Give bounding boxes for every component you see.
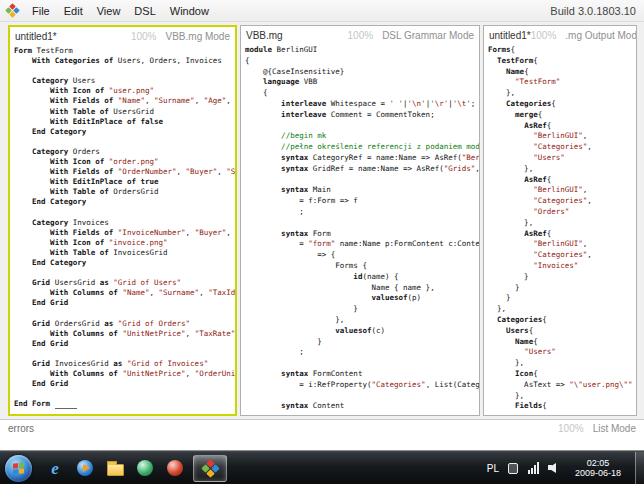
code-line: Forms{	[488, 45, 632, 56]
code-line: },	[488, 218, 632, 229]
code-line: syntax GridRef = name:Name => AsRef("Gri…	[245, 164, 475, 175]
code-line: = f:Form => f	[245, 196, 475, 207]
code-line: "BerlinGUI",	[488, 131, 632, 142]
pane-output: untitled1* 100% .mg Output Mode Forms{ T…	[483, 25, 637, 416]
code-line: Forms {	[245, 261, 475, 272]
dsl-editor-taskbar-button[interactable]	[193, 455, 227, 482]
tab-vbb-mg[interactable]: VBB.mg	[246, 30, 283, 41]
code-line: With Fields of "Name", "Surname", "Age",…	[14, 96, 231, 106]
code-line: {	[245, 88, 475, 99]
code-line: "Users"	[488, 153, 632, 164]
code-line: Category Invoices	[14, 218, 231, 228]
code-line: }	[245, 337, 475, 348]
code-line: syntax CategoryRef = name:Name => AsRef(…	[245, 153, 475, 164]
code-line: With EditInPlace of true	[14, 177, 231, 187]
code-line: With Table of InvoicesGrid	[14, 248, 231, 258]
pane-header-grammar: VBB.mg 100% DSL Grammar Mode	[241, 26, 479, 42]
start-button[interactable]	[5, 455, 32, 482]
code-line: With Icon of "user.png"	[14, 86, 231, 96]
code-line: = i:RefProperty("Categories", List(Categ…	[245, 380, 475, 391]
code-line: = "form" name:Name p:FormContent c:Conte	[245, 239, 475, 250]
zoom-indicator: 100%	[348, 30, 374, 41]
menu-file[interactable]: File	[25, 2, 57, 20]
code-line: },	[245, 315, 475, 326]
code-line: With Columns of "UnitNetPrice", "TaxRate…	[14, 329, 231, 339]
code-line: language VBB	[245, 77, 475, 88]
code-line: Grid InvoicesGrid as "Grid of Invoices"	[14, 359, 231, 369]
windows-logo-icon	[13, 462, 24, 474]
code-line: syntax Form	[245, 229, 475, 240]
system-tray: PL 02:05 2009-06-18	[485, 452, 644, 484]
code-line	[14, 208, 231, 218]
code-line: AsRef{	[488, 121, 632, 132]
mode-label-list: List Mode	[593, 423, 636, 434]
code-line	[14, 308, 231, 318]
language-indicator[interactable]: PL	[485, 463, 501, 474]
code-line: Fields{	[488, 401, 632, 412]
code-line: syntax Main	[245, 185, 475, 196]
menu-window[interactable]: Window	[163, 2, 216, 20]
code-line: "BerlinGUI",	[488, 239, 632, 250]
code-line: }	[488, 272, 632, 283]
media-app-icon[interactable]	[162, 455, 188, 481]
code-line	[245, 358, 475, 369]
green-sphere-icon	[137, 460, 153, 476]
menu-view[interactable]: View	[90, 2, 128, 20]
code-line: merge{	[488, 110, 632, 121]
code-editor-vbb-source[interactable]: Form TestForm With Categories of Users, …	[10, 43, 235, 414]
network-icon[interactable]	[528, 462, 541, 474]
build-version-label: Build 3.0.1803.10	[550, 5, 636, 17]
code-line: With Icon of "invoice.png"	[14, 238, 231, 248]
code-line: With EditInPlace of false	[14, 117, 231, 127]
code-line: "Categories",	[488, 142, 632, 153]
media-center-icon[interactable]	[132, 455, 158, 481]
code-line	[14, 389, 231, 399]
code-line: End Category	[14, 127, 231, 137]
code-editor-grammar[interactable]: module BerlinGUI{ @{CaseInsensitive} lan…	[241, 42, 479, 415]
code-line: //pełne określenie referencji z podaniem…	[245, 142, 475, 153]
show-desktop-button[interactable]	[635, 452, 644, 484]
taskbar-clock[interactable]: 02:05 2009-06-18	[568, 458, 628, 478]
code-line: },	[488, 391, 632, 402]
code-line: With Columns of "UnitNetPrice", "OrderUn…	[14, 369, 231, 379]
mode-label-mg-output: .mg Output Mode	[565, 30, 637, 41]
code-line: With Fields of "InvoiceNumber", "Buyer",…	[14, 228, 231, 238]
menu-dsl[interactable]: DSL	[127, 2, 162, 20]
code-line: End Grid	[14, 298, 231, 308]
code-line: @{CaseInsensitive}	[245, 67, 475, 78]
code-line	[245, 391, 475, 402]
code-line: AsRef{	[488, 175, 632, 186]
code-line: Name{	[488, 337, 632, 348]
code-line: interleave Comment = CommentToken;	[245, 110, 475, 121]
tab-untitled1-output[interactable]: untitled1*	[489, 30, 531, 41]
internet-explorer-icon[interactable]: e	[42, 455, 68, 481]
tab-untitled1-source[interactable]: untitled1*	[15, 31, 57, 42]
code-line	[14, 268, 231, 278]
pane-header-vbb-source: untitled1* 100% VBB.mg Mode	[10, 27, 235, 43]
action-center-icon[interactable]	[508, 462, 521, 474]
menu-bar: File Edit View DSL Window Build 3.0.1803…	[0, 0, 644, 22]
clock-time: 02:05	[575, 458, 621, 468]
zoom-indicator: 100%	[531, 30, 557, 41]
flag-glyph	[508, 463, 518, 474]
code-line: End Grid	[14, 339, 231, 349]
errors-header: errors 100% List Mode	[8, 423, 636, 434]
code-line: valuesof(p)	[245, 293, 475, 304]
errors-title: errors	[8, 423, 34, 434]
code-line: "Categories",	[488, 250, 632, 261]
menu-edit[interactable]: Edit	[57, 2, 90, 20]
desktop-screen: File Edit View DSL Window Build 3.0.1803…	[0, 0, 644, 484]
errors-panel[interactable]: errors 100% List Mode	[0, 419, 644, 450]
volume-icon[interactable]	[548, 462, 561, 474]
zoom-indicator: 100%	[558, 423, 584, 434]
code-line: TestForm{	[488, 56, 632, 67]
code-editor-output[interactable]: Forms{ TestForm{ Name{ "TestForm" }, Cat…	[484, 42, 636, 415]
app-icon	[5, 3, 20, 18]
windows-explorer-icon[interactable]	[102, 455, 128, 481]
code-line: //begin mk	[245, 131, 475, 142]
media-player-icon[interactable]	[72, 455, 98, 481]
code-line: "Users"	[488, 347, 632, 358]
dsl-editor-app-icon	[201, 459, 219, 477]
code-line: Category Users	[14, 76, 231, 86]
code-line: "BerlinGUI",	[488, 185, 632, 196]
